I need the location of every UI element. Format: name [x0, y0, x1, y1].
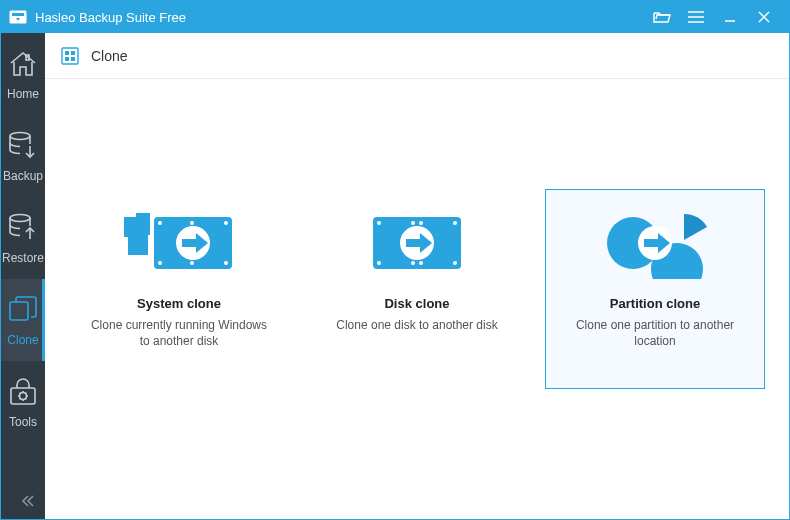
page-title: Clone	[91, 48, 128, 64]
svg-point-34	[158, 221, 162, 225]
chevron-double-left-icon	[21, 494, 35, 508]
svg-point-40	[224, 221, 228, 225]
svg-rect-29	[71, 57, 75, 61]
sidebar-item-home[interactable]: Home	[1, 33, 45, 115]
svg-point-47	[377, 221, 381, 225]
app-title: Hasleo Backup Suite Free	[35, 10, 186, 25]
system-clone-icon	[124, 204, 234, 282]
clone-icon	[7, 293, 39, 327]
main-panel: Clone	[45, 33, 789, 519]
home-icon	[6, 47, 40, 81]
svg-line-21	[20, 393, 21, 394]
open-folder-button[interactable]	[645, 1, 679, 33]
card-title: Disk clone	[384, 296, 449, 311]
sidebar-item-label: Backup	[3, 169, 43, 183]
restore-icon	[8, 211, 38, 245]
svg-point-39	[190, 221, 194, 225]
svg-rect-0	[10, 11, 27, 24]
svg-point-48	[411, 221, 415, 225]
card-desc: Clone one partition to another location	[558, 317, 752, 349]
svg-rect-15	[11, 388, 35, 404]
svg-point-52	[419, 221, 423, 225]
svg-point-50	[411, 261, 415, 265]
svg-rect-25	[62, 48, 78, 64]
backup-icon	[8, 129, 38, 163]
menu-button[interactable]	[679, 1, 713, 33]
app-logo-icon	[9, 10, 27, 24]
card-partition-clone[interactable]: Partition clone Clone one partition to a…	[545, 189, 765, 389]
svg-rect-30	[128, 235, 148, 255]
tools-icon	[7, 375, 39, 409]
sidebar-item-label: Clone	[7, 333, 38, 347]
svg-line-23	[25, 393, 26, 394]
svg-rect-27	[71, 51, 75, 55]
svg-line-24	[20, 398, 21, 399]
sidebar-item-tools[interactable]: Tools	[1, 361, 45, 443]
svg-point-49	[377, 261, 381, 265]
card-desc: Clone currently running Windows to anoth…	[82, 317, 276, 349]
page-header: Clone	[45, 33, 789, 79]
card-disk-clone[interactable]: Disk clone Clone one disk to another dis…	[307, 189, 527, 389]
svg-rect-32	[136, 213, 150, 235]
sidebar-item-label: Home	[7, 87, 39, 101]
sidebar-collapse-button[interactable]	[1, 483, 45, 519]
svg-rect-57	[406, 239, 420, 247]
card-desc: Clone one disk to another disk	[332, 317, 501, 333]
svg-rect-44	[182, 239, 196, 247]
sidebar: Home Backup	[1, 33, 45, 519]
sidebar-item-label: Restore	[2, 251, 44, 265]
close-button[interactable]	[747, 1, 781, 33]
svg-point-55	[453, 261, 457, 265]
svg-point-54	[419, 261, 423, 265]
clone-header-icon	[61, 47, 79, 65]
disk-clone-icon	[367, 204, 467, 282]
card-system-clone[interactable]: System clone Clone currently running Win…	[69, 189, 289, 389]
clone-options: System clone Clone currently running Win…	[45, 79, 789, 519]
partition-clone-icon	[603, 204, 707, 282]
sidebar-item-label: Tools	[9, 415, 37, 429]
sidebar-item-backup[interactable]: Backup	[1, 115, 45, 197]
svg-point-53	[453, 221, 457, 225]
svg-rect-26	[65, 51, 69, 55]
svg-point-10	[10, 133, 30, 140]
svg-rect-28	[65, 57, 69, 61]
sidebar-item-clone[interactable]: Clone	[1, 279, 45, 361]
svg-line-22	[25, 398, 26, 399]
svg-rect-61	[644, 239, 658, 247]
titlebar: Hasleo Backup Suite Free	[1, 1, 789, 33]
card-title: System clone	[137, 296, 221, 311]
svg-point-41	[190, 261, 194, 265]
card-title: Partition clone	[610, 296, 700, 311]
svg-rect-14	[10, 302, 28, 320]
svg-rect-1	[12, 13, 24, 16]
svg-point-36	[158, 261, 162, 265]
svg-point-12	[10, 215, 30, 222]
minimize-button[interactable]	[713, 1, 747, 33]
sidebar-item-restore[interactable]: Restore	[1, 197, 45, 279]
svg-point-42	[224, 261, 228, 265]
